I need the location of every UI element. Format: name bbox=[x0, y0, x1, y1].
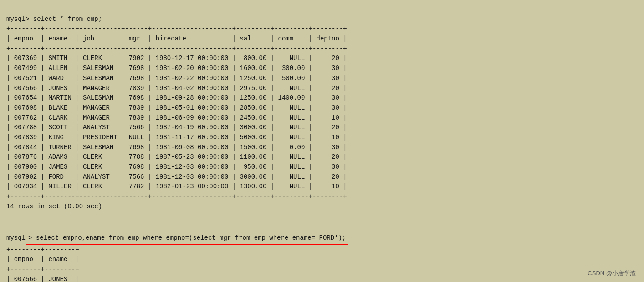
data-row-10: | 007844 | TURNER | SALESMAN | 7698 | 19… bbox=[6, 144, 347, 151]
header2-row: | empno | ename | bbox=[6, 256, 79, 263]
highlighted-command: > select empno,ename from emp where empn… bbox=[26, 232, 348, 245]
watermark: CSDN @小唐学渣 bbox=[588, 269, 636, 277]
data-row-12: | 007900 | JAMES | CLERK | 7698 | 1981-1… bbox=[6, 163, 347, 171]
sep2: +--------+--------+-----------+------+--… bbox=[6, 45, 347, 52]
data-row-13: | 007902 | FORD | ANALYST | 7566 | 1981-… bbox=[6, 173, 347, 181]
data-row-1: | 007369 | SMITH | CLERK | 7902 | 1980-1… bbox=[6, 55, 347, 62]
prompt2-command: > select empno,ename from emp where empn… bbox=[28, 234, 346, 242]
result-row: | 007566 | JONES | bbox=[6, 276, 79, 282]
second-query-line: mysql> select empno,ename from emp where… bbox=[6, 234, 348, 242]
blank-line bbox=[6, 222, 10, 230]
data-row-5: | 007654 | MARTIN | SALESMAN | 7698 | 19… bbox=[6, 94, 347, 101]
data-row-8: | 007788 | SCOTT | ANALYST | 7566 | 1987… bbox=[6, 124, 347, 131]
prompt2-prefix: mysql bbox=[6, 234, 26, 242]
sep1: +--------+--------+-----------+------+--… bbox=[6, 25, 347, 32]
data-row-7: | 007782 | CLARK | MANAGER | 7839 | 1981… bbox=[6, 114, 347, 121]
data-row-9: | 007839 | KING | PRESIDENT | NULL | 198… bbox=[6, 134, 347, 141]
terminal-output: mysql> select * from emp; +--------+----… bbox=[6, 5, 638, 282]
data-row-14: | 007934 | MILLER | CLERK | 7782 | 1982-… bbox=[6, 183, 347, 190]
first-query: mysql> select * from emp; bbox=[6, 15, 102, 23]
sep4: +--------+--------+ bbox=[6, 246, 79, 253]
sep3: +--------+--------+-----------+------+--… bbox=[6, 193, 347, 200]
data-row-11: | 007876 | ADAMS | CLERK | 7788 | 1987-0… bbox=[6, 153, 347, 161]
sep5: +--------+--------+ bbox=[6, 266, 79, 273]
data-row-2: | 007499 | ALLEN | SALESMAN | 7698 | 198… bbox=[6, 65, 347, 72]
data-row-3: | 007521 | WARD | SALESMAN | 7698 | 1981… bbox=[6, 75, 347, 82]
row-count-1: 14 rows in set (0.00 sec) bbox=[6, 203, 102, 210]
data-row-4: | 007566 | JONES | MANAGER | 7839 | 1981… bbox=[6, 85, 347, 92]
header-row: | empno | ename | job | mgr | hiredate |… bbox=[6, 35, 347, 42]
data-row-6: | 007698 | BLAKE | MANAGER | 7839 | 1981… bbox=[6, 104, 347, 111]
